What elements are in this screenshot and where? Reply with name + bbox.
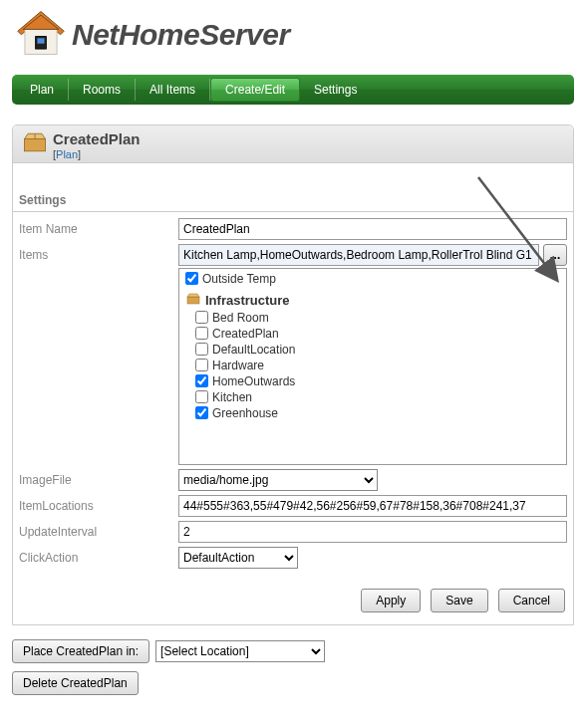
cancel-button[interactable]: Cancel — [498, 589, 565, 612]
save-button[interactable]: Save — [431, 589, 487, 612]
apply-button[interactable]: Apply — [361, 589, 421, 612]
group-infrastructure: Infrastructure — [185, 287, 560, 310]
checkbox[interactable] — [195, 359, 208, 371]
label-items: Items — [19, 244, 178, 262]
input-item-locations[interactable] — [178, 495, 567, 517]
home-icon — [12, 8, 70, 61]
list-item[interactable]: HomeOutwards — [185, 373, 560, 389]
nav-rooms[interactable]: Rooms — [69, 79, 136, 101]
input-update-interval[interactable] — [178, 521, 567, 543]
select-click-action[interactable]: DefaultAction — [178, 547, 298, 569]
svg-marker-9 — [187, 294, 199, 297]
svg-rect-5 — [25, 139, 46, 151]
list-item[interactable]: Greenhouse — [185, 405, 560, 421]
svg-rect-8 — [187, 297, 199, 304]
input-items[interactable] — [178, 244, 539, 266]
label-item-locations: ItemLocations — [19, 495, 178, 513]
checkbox[interactable] — [195, 311, 208, 324]
list-item[interactable]: Hardware — [185, 358, 560, 373]
label-click-action: ClickAction — [19, 547, 178, 565]
delete-button[interactable]: Delete CreatedPlan — [12, 671, 139, 695]
nav-plan[interactable]: Plan — [16, 79, 69, 101]
select-image-file[interactable]: media/home.jpg — [178, 469, 378, 491]
input-item-name[interactable] — [178, 218, 567, 240]
header: NetHomeServer — [0, 0, 586, 65]
place-button[interactable]: Place CreatedPlan in: — [12, 639, 149, 663]
checkbox[interactable] — [195, 343, 208, 356]
nav-settings[interactable]: Settings — [300, 79, 371, 101]
svg-rect-4 — [37, 38, 44, 43]
browse-items-button[interactable]: ... — [543, 244, 567, 266]
form: Item Name Items ... Outside Temp — [13, 216, 573, 616]
label-item-name: Item Name — [19, 218, 178, 236]
checkbox[interactable] — [195, 390, 208, 403]
panel-type: [Plan] — [53, 148, 141, 160]
nav-all-items[interactable]: All Items — [136, 79, 210, 101]
checkbox[interactable] — [195, 406, 208, 419]
list-item[interactable]: CreatedPlan — [185, 326, 560, 342]
package-icon — [21, 131, 53, 156]
label-update-interval: UpdateInterval — [19, 521, 178, 539]
list-item[interactable]: DefaultLocation — [185, 342, 560, 358]
package-icon — [185, 293, 201, 308]
edit-panel: CreatedPlan [Plan] Settings Item Name It… — [12, 124, 574, 625]
list-item[interactable]: Bed Room — [185, 310, 560, 326]
checkbox[interactable] — [185, 272, 198, 285]
checkbox[interactable] — [195, 374, 208, 387]
app-title: NetHomeServer — [72, 18, 290, 52]
label-image-file: ImageFile — [19, 469, 178, 487]
select-location[interactable]: [Select Location] — [155, 640, 325, 662]
items-listbox[interactable]: Outside Temp Infrastructure Bed RoomCrea… — [178, 268, 567, 465]
type-link[interactable]: Plan — [56, 148, 78, 160]
nav-create-edit[interactable]: Create/Edit — [210, 78, 300, 102]
checkbox[interactable] — [195, 327, 208, 340]
panel-title: CreatedPlan — [53, 131, 141, 148]
section-settings: Settings — [13, 163, 573, 212]
list-item[interactable]: Outside Temp — [185, 271, 560, 287]
list-item[interactable]: Kitchen — [185, 389, 560, 405]
panel-header: CreatedPlan [Plan] — [13, 125, 573, 163]
main-nav: Plan Rooms All Items Create/Edit Setting… — [12, 75, 574, 105]
